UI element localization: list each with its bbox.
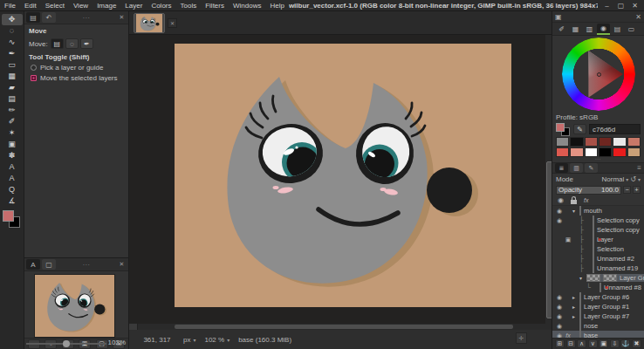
tool-toggle-option-1[interactable]: Pick a layer or guide (31, 64, 124, 72)
navigation-tab[interactable]: ▢ (42, 259, 56, 270)
image-tab-close-button[interactable]: ✕ (168, 18, 177, 28)
canvas-horizontal-scrollbar[interactable] (129, 324, 552, 330)
navigation-corner-button[interactable]: ✛ (516, 332, 527, 344)
dock-drag-handle[interactable]: ⋯ (58, 261, 115, 269)
move-path-toggle[interactable]: ✒ (80, 38, 93, 49)
channels-tab[interactable]: ▥ (570, 163, 583, 173)
layer-row-selection[interactable]: ├Selection (552, 244, 644, 254)
lower-layer-button[interactable]: ∨ (588, 339, 598, 348)
layer-visibility-toggle[interactable]: ◉ (555, 313, 564, 320)
menu-tools[interactable]: Tools (176, 2, 202, 10)
minimize-button[interactable]: – (603, 2, 611, 10)
menu-windows[interactable]: Windows (229, 2, 265, 10)
close-button[interactable]: ✕ (631, 2, 639, 10)
layer-thumbnail[interactable] (593, 244, 594, 254)
layer-thumbnail[interactable] (603, 274, 617, 282)
tool-options-close-button[interactable]: ✕ (117, 13, 127, 23)
raise-layer-button[interactable]: ∧ (577, 339, 586, 348)
layer-expander[interactable]: ▾ (579, 275, 586, 281)
layer-row-selection-copy[interactable]: ◉├Selection copy (552, 216, 644, 225)
text-tool-secondary[interactable]: A (2, 173, 23, 184)
layer-thumbnail[interactable] (579, 331, 581, 338)
layer-visibility-toggle[interactable]: ◉ (555, 323, 564, 330)
patterns-tab[interactable]: ▦ (569, 24, 582, 35)
foreground-color-swatch[interactable] (3, 210, 14, 222)
canvas[interactable] (129, 35, 545, 324)
zoom-tool[interactable]: Q (2, 184, 23, 195)
unit-dropdown[interactable]: px▾ (183, 336, 195, 344)
layer-row-mouth[interactable]: ◉▾mouth (552, 206, 644, 216)
new-group-button[interactable]: ⊟ (566, 339, 576, 348)
layer-expander[interactable]: ▾ (572, 208, 579, 214)
layer-thumbnail[interactable] (593, 235, 594, 244)
radio-icon[interactable] (31, 65, 37, 71)
palette-swatch[interactable] (556, 147, 569, 157)
fonts-tab[interactable]: A (26, 259, 40, 270)
fg-bg-color-widget[interactable] (3, 210, 22, 229)
layer-expander[interactable]: ▸ (572, 304, 579, 310)
palette-swatch[interactable] (627, 137, 641, 147)
menu-select[interactable]: Select (41, 2, 69, 10)
image-tab-wilbur[interactable] (134, 13, 165, 33)
menu-edit[interactable]: Edit (20, 2, 41, 10)
layer-row-unnamed-2[interactable]: ├Unnamed #2 (552, 254, 644, 263)
menu-colors[interactable]: Colors (147, 2, 175, 10)
layer-thumbnail[interactable] (579, 321, 581, 331)
color-hex-input[interactable] (589, 124, 641, 134)
tool-options-tab[interactable]: ▤ (26, 12, 40, 23)
crop-tool[interactable]: ▭ (2, 59, 23, 71)
layer-row-layer-group-6[interactable]: ◉▸Layer Group #6 (552, 292, 644, 302)
layer-expander[interactable]: ▸ (572, 294, 579, 300)
palette-swatch[interactable] (627, 147, 641, 157)
palette-swatch[interactable] (556, 137, 569, 147)
layer-row-nose[interactable]: ◉nose (552, 321, 644, 331)
bucket-fill-tool[interactable]: ▰ (2, 82, 23, 93)
smudge-tool[interactable]: ✽ (2, 150, 23, 161)
menu-layer[interactable]: Layer (120, 2, 147, 10)
menu-image[interactable]: Image (92, 2, 120, 10)
gradient-tool[interactable]: ▤ (2, 93, 23, 105)
navigation-zoom-slider[interactable] (26, 340, 106, 347)
palette-swatch[interactable] (570, 147, 583, 157)
opacity-slider[interactable]: Opacity 100.0 (556, 186, 621, 195)
palette-swatch[interactable] (613, 137, 626, 147)
tool-toggle-option-2[interactable]: Move the selected layers (31, 74, 124, 82)
clone-tool[interactable]: ▣ (2, 139, 23, 150)
hscroll-thumb[interactable] (175, 325, 513, 329)
quick-mask-toggle[interactable] (129, 324, 138, 330)
menu-filters[interactable]: Filters (201, 2, 229, 10)
layer-visibility-toggle[interactable]: ◉ (555, 304, 564, 311)
layer-visibility-toggle[interactable]: ◉ (555, 294, 564, 301)
document-history-tab[interactable]: ▭ (625, 24, 638, 35)
layer-row-selection-copy[interactable]: ├Selection copy (552, 225, 644, 235)
zoom-dropdown[interactable]: 102 %▾ (204, 336, 230, 344)
layer-thumbnail[interactable] (593, 254, 594, 263)
menu-help[interactable]: Help (265, 2, 288, 10)
opacity-increase-button[interactable]: + (633, 186, 641, 194)
paths-tool[interactable]: ✒ (2, 48, 23, 59)
maximize-button[interactable]: ▢ (617, 2, 625, 10)
paths-tab[interactable]: ✎ (585, 163, 598, 173)
duplicate-layer-button[interactable]: ▣ (599, 339, 608, 348)
chain-icon[interactable]: ▣ (564, 236, 572, 243)
layer-thumbnail[interactable] (593, 263, 594, 273)
layer-thumbnail[interactable] (593, 225, 594, 235)
layer-row-base[interactable]: ◉fxbase (552, 331, 644, 338)
navigation-preview[interactable] (35, 275, 114, 337)
fg-bg-color-widget[interactable] (556, 123, 571, 136)
layer-thumbnail[interactable] (599, 283, 601, 292)
layers-tab[interactable]: ≣ (555, 163, 568, 173)
layer-row-layer[interactable]: ▣├Layer (552, 235, 644, 244)
airbrush-tool[interactable]: ✶ (2, 127, 23, 139)
colors-tab[interactable]: ◉ (597, 24, 610, 35)
visibility-column-icon[interactable]: ◉ (558, 196, 564, 204)
layer-row-layer-group-7[interactable]: ◉▸Layer Group #7 (552, 311, 644, 321)
navigation-close-button[interactable]: ✕ (117, 260, 127, 270)
palette-swatch[interactable] (613, 147, 626, 157)
move-layer-toggle[interactable]: ▤ (51, 38, 64, 49)
layers-menu-button[interactable]: ≡ (637, 164, 641, 172)
layer-row-unnamed-8[interactable]: └Unnamed #8 (552, 283, 644, 292)
move-selection-toggle[interactable]: ◌ (65, 38, 79, 49)
palette-swatch[interactable] (570, 137, 583, 147)
pencil-tool[interactable]: ✏ (2, 105, 23, 116)
